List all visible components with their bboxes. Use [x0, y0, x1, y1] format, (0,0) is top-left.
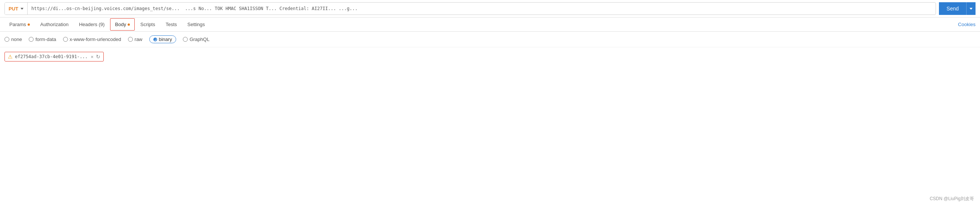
file-item: ⚠ ef2754ad-37cb-4e01-9191-... × ↻ [5, 52, 104, 62]
method-select[interactable]: PUT [5, 3, 28, 14]
file-area: ⚠ ef2754ad-37cb-4e01-9191-... × ↻ [0, 47, 980, 66]
option-none-label: none [11, 36, 22, 42]
tab-body[interactable]: Body [110, 18, 135, 31]
option-form-data-label: form-data [35, 36, 56, 42]
file-close-button[interactable]: × [91, 54, 94, 60]
footer-text: CSDN @LiuPig刘皮哥 [930, 196, 974, 201]
radio-raw[interactable] [128, 37, 133, 42]
tab-tests[interactable]: Tests [161, 18, 182, 31]
tabs-row: Params Authorization Headers (9) Body Sc… [0, 17, 980, 32]
send-button[interactable]: Send [939, 2, 975, 15]
tab-settings-label: Settings [187, 22, 205, 27]
option-raw[interactable]: raw [128, 36, 143, 42]
option-binary-label: binary [159, 36, 172, 42]
top-bar: PUT Send [0, 0, 980, 17]
tab-headers-label: Headers (9) [79, 22, 105, 27]
footer: CSDN @LiuPig刘皮哥 [930, 196, 974, 202]
file-name: ef2754ad-37cb-4e01-9191-... [15, 54, 88, 59]
radio-graphql[interactable] [183, 37, 188, 42]
send-chevron-icon [970, 8, 972, 10]
option-raw-label: raw [135, 36, 143, 42]
send-dropdown-arrow[interactable] [967, 2, 975, 15]
radio-urlencoded[interactable] [63, 37, 68, 42]
tab-scripts-label: Scripts [140, 22, 155, 27]
url-input[interactable] [28, 6, 935, 11]
url-bar: PUT [5, 2, 936, 15]
radio-binary-dot [153, 38, 157, 41]
tab-authorization-label: Authorization [40, 22, 68, 27]
tab-authorization[interactable]: Authorization [35, 18, 73, 31]
tab-params[interactable]: Params [5, 18, 35, 31]
file-reload-button[interactable]: ↻ [96, 54, 100, 60]
radio-none[interactable] [5, 37, 10, 42]
option-binary[interactable]: binary [149, 35, 176, 43]
option-graphql-label: GraphQL [189, 36, 209, 42]
tab-scripts[interactable]: Scripts [135, 18, 160, 31]
tab-params-label: Params [10, 22, 26, 27]
file-warning-icon: ⚠ [8, 54, 13, 60]
tab-settings[interactable]: Settings [183, 18, 210, 31]
params-dot [28, 24, 30, 26]
tab-tests-label: Tests [166, 22, 177, 27]
body-dot [127, 24, 130, 26]
body-options: none form-data x-www-form-urlencoded raw… [0, 32, 980, 47]
tab-headers[interactable]: Headers (9) [74, 18, 110, 31]
option-urlencoded-label: x-www-form-urlencoded [70, 36, 121, 42]
option-graphql[interactable]: GraphQL [183, 36, 209, 42]
method-chevron-icon [21, 8, 24, 10]
radio-form-data[interactable] [29, 37, 33, 42]
option-urlencoded[interactable]: x-www-form-urlencoded [63, 36, 121, 42]
option-form-data[interactable]: form-data [29, 36, 56, 42]
option-none[interactable]: none [5, 36, 22, 42]
send-button-label: Send [939, 2, 967, 15]
tab-body-label: Body [115, 22, 126, 27]
cookies-link[interactable]: Cookies [958, 22, 975, 27]
method-label: PUT [9, 6, 18, 11]
